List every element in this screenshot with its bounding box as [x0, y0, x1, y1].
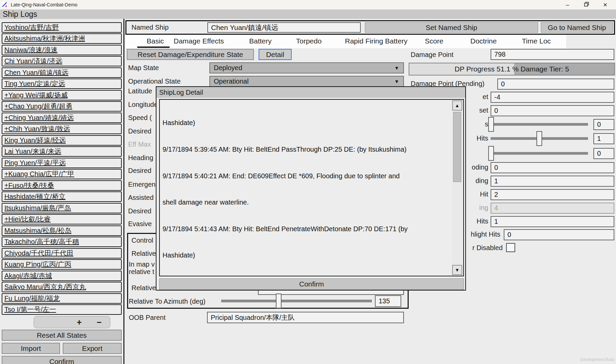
ship-list-item[interactable]: Hashidate/橋立/桥立 [2, 191, 122, 202]
pending-input[interactable]: 0 [497, 79, 614, 90]
ship-list-item[interactable]: +Chih Yuan/致遠/致远 [2, 124, 122, 134]
app-icon [2, 2, 8, 9]
right-slider-value-3[interactable]: 1 [593, 133, 614, 144]
right-row-input-0[interactable]: -4 [491, 92, 614, 103]
tab-time-loc[interactable]: Time Loc [522, 37, 551, 46]
minimize-button[interactable]: – [558, 0, 577, 9]
tab-battery[interactable]: Battery [249, 37, 272, 46]
tab-rapid-firing-battery[interactable]: Rapid Firing Battery [345, 37, 408, 46]
ship-list-item[interactable]: +Ching Yuan/靖遠/靖远 [2, 113, 122, 123]
form-label-evasive: Evasive [128, 219, 152, 229]
ship-list-item[interactable]: Naniwa/浪速/浪速 [2, 45, 122, 55]
right-slider-thumb-2[interactable] [488, 117, 494, 132]
ship-list-item[interactable]: Chen Yuan/鎮遠/镇远 [2, 67, 122, 78]
ship-list-item[interactable]: Saikyo Maru/西京丸/西京丸 [2, 282, 122, 292]
watermark: Development Build [573, 357, 614, 362]
ship-list-item[interactable]: Akitsushima/秋津洲/秋津洲 [2, 33, 122, 44]
ship-list-item[interactable]: Takachiho/高千穂/高千穗 [2, 237, 122, 247]
damage-point-input[interactable]: 798 [491, 49, 614, 60]
import-button[interactable]: Import [2, 343, 60, 354]
right-row-input-7[interactable]: 2 [491, 189, 614, 200]
ship-list-item[interactable]: +Chao Yung/超勇/超勇 [2, 101, 122, 112]
right-slider-thumb-4[interactable] [488, 146, 494, 161]
remove-ship-button[interactable]: − [88, 316, 110, 328]
right-row-input-6[interactable]: 1 [491, 176, 614, 187]
named-ship-input[interactable]: Chen Yuan/鎮遠/镇远 [207, 22, 361, 33]
ship-list-item[interactable]: Itsukushima/厳島/严岛 [2, 203, 122, 213]
goto-named-ship-button[interactable]: Go to Named Ship [541, 22, 613, 33]
restore-icon [584, 2, 589, 8]
map-state-dropdown[interactable]: Deployed ▼ [209, 62, 404, 73]
tab-damage-effects[interactable]: Damage Effects [174, 37, 224, 46]
ship-list-item[interactable]: Tso I/第一号/左一 [2, 304, 122, 315]
set-named-ship-button[interactable]: Set Named Ship [365, 22, 538, 33]
ship-list-item[interactable]: +Yang Wei/揚威/扬威 [2, 90, 122, 100]
operational-state-label: Operational State [128, 76, 181, 86]
minimize-icon: – [566, 1, 569, 8]
form-label-eff-max: Eff Max [128, 139, 151, 149]
dialog-title: ShipLog Detail [159, 89, 203, 96]
right-row-input-10[interactable]: 0 [504, 229, 614, 240]
tab-basic[interactable]: Basic [147, 37, 164, 46]
right-row-input-9[interactable]: 1 [491, 216, 614, 227]
right-row-input-5[interactable]: 0 [491, 162, 614, 173]
ship-list-item[interactable]: Ting Yuen/定遠/定远 [2, 79, 122, 89]
ship-list-item[interactable]: Yoshino/吉野/吉野 [2, 22, 122, 33]
dialog-confirm-button[interactable]: Confirm [159, 278, 464, 290]
ship-list-item[interactable]: +Kuang Chia/広甲/广甲 [2, 169, 122, 179]
right-slider-value-2[interactable]: 0 [593, 119, 614, 130]
azimuth-slider-track[interactable] [221, 300, 372, 302]
form-label-heading: Heading [128, 153, 153, 163]
azimuth-value-input[interactable]: 135 [375, 295, 401, 307]
disabled-checkbox[interactable] [506, 243, 515, 252]
ship-list-item[interactable]: Ping Yuen/平遠/平远 [2, 158, 122, 168]
scroll-up-button[interactable]: ▲ [452, 100, 462, 111]
tab-doctrine[interactable]: Doctrine [470, 37, 497, 46]
form-label-longitude: Longitude [128, 99, 158, 110]
ship-list-item[interactable]: Akagi/赤城/赤城 [2, 271, 122, 281]
dialog-title-bar[interactable]: ShipLog Detail [156, 87, 465, 98]
app-window: Late-Qing-Naval-Combat-Demo – ✕ Ship Log… [0, 0, 616, 364]
right-slider-track-2[interactable] [491, 123, 588, 126]
right-slider-track-4[interactable] [491, 152, 588, 155]
ship-list-item[interactable]: Kuang P'ing/広丙/广丙 [2, 259, 122, 270]
form-label-assisted: Assisted [128, 192, 154, 203]
form-label-latitude: Latitude [128, 86, 158, 96]
form-label-desired-1: Desired [128, 126, 151, 136]
ship-list-item[interactable]: Matsushima/松島/松岛 [2, 225, 122, 236]
map-state-value: Deployed [214, 64, 242, 72]
ship-list-item[interactable]: Fu Lung/福龍/福龙 [2, 293, 122, 304]
ship-list-item[interactable]: Chiyoda/千代田/千代田 [2, 248, 122, 259]
operational-state-dropdown[interactable]: Operational ▼ [209, 76, 404, 87]
form-label-relative-2: Relative [131, 283, 156, 293]
ship-list-item[interactable]: +Hiei/比叡/比睿 [2, 214, 122, 224]
form-label-emergency: Emergen [128, 179, 155, 189]
tab-score[interactable]: Score [425, 37, 443, 46]
ship-list-item[interactable]: +Fuso/扶桑/扶桑 [2, 180, 122, 191]
operational-state-value: Operational [214, 78, 248, 85]
reset-damage-button[interactable]: Reset Damage/Expenditure State [127, 49, 254, 60]
restore-button[interactable] [577, 0, 596, 9]
right-slider-thumb-3[interactable] [536, 131, 542, 146]
scrollbar-thumb[interactable] [453, 112, 461, 182]
right-row-input-1[interactable]: 0 [491, 105, 614, 116]
sidebar-confirm-button[interactable]: Confirm [2, 356, 122, 364]
plus-icon: + [77, 317, 82, 327]
right-row-label-0: et [465, 92, 488, 102]
right-slider-value-4[interactable]: 0 [593, 148, 614, 159]
ship-list-item[interactable]: Chi Yuan/済遠/济远 [2, 56, 122, 66]
close-button[interactable]: ✕ [596, 0, 615, 9]
azimuth-label: Relative To Azimuth (deg) [129, 296, 206, 306]
export-button[interactable]: Export [63, 343, 122, 354]
tab-torpedo[interactable]: Torpedo [296, 37, 322, 46]
detail-button[interactable]: Detail [259, 49, 292, 60]
form-label-relative-1: Relative [131, 248, 156, 259]
named-ship-label: Named Ship [131, 22, 169, 32]
ship-list-item[interactable]: Lai Yuan/来遠/来远 [2, 146, 122, 157]
azimuth-slider-thumb[interactable] [276, 294, 282, 308]
dp-progress-text: DP Progress 51.1 % Damage Tier: 5 [409, 63, 614, 75]
ship-list-item[interactable]: King Yuan/経遠/经远 [2, 135, 122, 146]
reset-all-states-button[interactable]: Reset All States [2, 330, 122, 341]
scroll-down-button[interactable]: ▼ [452, 265, 462, 275]
oob-parent-input[interactable]: Pricipal Squadron/本隊/主队 [207, 312, 404, 323]
